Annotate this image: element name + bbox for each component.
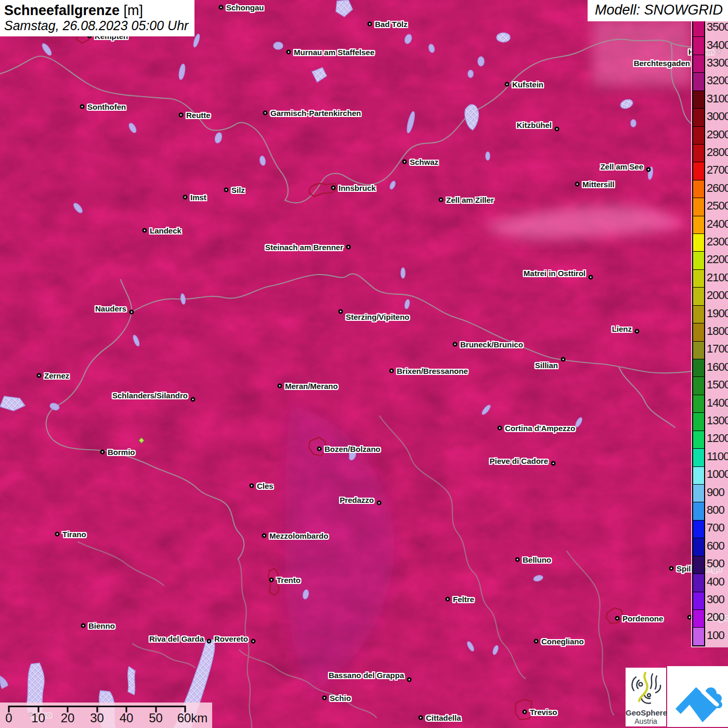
city-dot (81, 623, 86, 628)
city-dot (224, 188, 229, 192)
city-dot (551, 461, 556, 466)
colorbar-value: 3400 (707, 38, 728, 52)
colorbar-value: 1100 (707, 450, 728, 463)
city-dot (498, 426, 502, 431)
colorbar-value: 2800 (707, 146, 728, 159)
city-label: Cortina d'Ampezzo (505, 424, 575, 433)
city-label: Matrei in Osttirol (524, 269, 586, 278)
city-label: Sillian (535, 361, 558, 370)
colorbar-band (693, 55, 704, 73)
city-label: Zell am See (600, 162, 643, 171)
city-dot (339, 309, 343, 314)
city-dot (179, 113, 184, 118)
colorbar-band (693, 216, 704, 234)
colorbar-band (693, 19, 704, 37)
city-label: Lienz (612, 324, 632, 333)
city-dot (453, 342, 458, 347)
city-label: Trento (277, 576, 301, 584)
colorbar-band (693, 502, 704, 520)
city-label: Bad Tölz (375, 20, 408, 29)
colorbar-value: 1600 (707, 360, 728, 374)
colorbar-band (693, 413, 704, 431)
city-dot (278, 384, 282, 388)
city-label: Predazzo (340, 496, 374, 504)
colorbar-value: 3200 (707, 74, 728, 87)
colorbar-value: 1700 (707, 342, 728, 356)
city-dot (534, 639, 539, 644)
city-dot (561, 357, 566, 362)
title-box: Schneefallgrenze [m] Samstag, 26.08.2023… (0, 0, 194, 36)
city-label: Bruneck/Brunico (460, 340, 523, 349)
colorbar-band (693, 431, 704, 449)
colorbar-value: 3500 (707, 20, 728, 34)
city-label: Bienno (88, 621, 115, 630)
city-label: Schwaz (410, 158, 438, 166)
city-label: Cles (257, 482, 274, 490)
city-label: Schongau (226, 3, 264, 12)
city-dot (100, 450, 105, 454)
city-dot (389, 369, 394, 373)
colorbar-band (693, 342, 704, 359)
colorbar-value: 900 (707, 486, 728, 499)
city-label: Steinach am Brenner (265, 243, 343, 252)
city-label: Brixen/Bressanone (397, 367, 468, 375)
colorbar-band (693, 37, 704, 55)
model-label: Modell: SNOWGRID (588, 0, 728, 21)
city-label: Schlanders/Silandro (112, 391, 188, 400)
city-dot (589, 275, 593, 280)
colorbar-value: 1200 (707, 432, 728, 445)
colorbar-band (693, 306, 704, 323)
city-dot (287, 50, 291, 55)
colorbar-labels: 3500340033003200310030002900280027002600… (707, 18, 728, 646)
colorbar-value: 1800 (707, 324, 728, 338)
city-label: Sonthofen (87, 102, 126, 111)
colorbar-band (693, 449, 704, 466)
colorbar-value: 200 (707, 610, 728, 624)
city-dot (251, 639, 256, 644)
colorbar-value: 100 (707, 629, 728, 642)
city-label: Imst (190, 193, 206, 202)
colorbar-value: 2200 (707, 253, 728, 266)
city-dot (263, 111, 268, 115)
city-dot (55, 532, 60, 537)
city-dot (183, 195, 188, 200)
colorbar-value: 300 (707, 593, 728, 606)
geosphere-logo-subtext: Austria (626, 717, 666, 725)
city-dot (515, 557, 520, 562)
city-dot (402, 160, 407, 164)
city-label: Conegliano (541, 637, 584, 646)
city-label: Mittersill (582, 180, 615, 189)
city-label: Bassano del Grappa (329, 671, 404, 680)
colorbar-value: 600 (707, 539, 728, 553)
geosphere-logo-icon (626, 668, 666, 709)
city-label: Schio (330, 694, 351, 703)
scalebar-label: 40 (120, 711, 134, 725)
city-dot (555, 127, 560, 132)
colorbar-value: 800 (707, 503, 728, 517)
colorbar-value: 2700 (707, 163, 728, 177)
mountain-cloud-logo-icon (667, 666, 728, 727)
city-label: Zell am Ziller (446, 196, 494, 204)
city-label: Pordenone (622, 614, 663, 623)
city-dot (669, 566, 674, 571)
city-dot (129, 310, 134, 315)
scalebar-label: 30 (90, 711, 104, 725)
colorbar-band (693, 359, 704, 377)
colorbar-band (693, 145, 704, 162)
colorbar-value: 2600 (707, 181, 728, 195)
colorbar-band (693, 198, 704, 216)
city-label: Silz (231, 186, 245, 194)
colorbar-band (693, 73, 704, 90)
city-label: Treviso (530, 708, 557, 717)
colorbar-value: 2100 (707, 271, 728, 284)
colorbar-value: 3300 (707, 56, 728, 70)
city-dot (250, 484, 254, 488)
city-dot (269, 578, 274, 582)
scalebar-label: 10 (31, 711, 45, 725)
colorbar-value: 500 (707, 557, 728, 570)
city-label: Riva del Garda (149, 634, 204, 643)
city-label: Bozen/Bolzano (324, 445, 381, 453)
colorbar-band (693, 234, 704, 252)
colorbar-value: 2000 (707, 289, 728, 302)
city-label: Kitzbühel (517, 121, 552, 129)
